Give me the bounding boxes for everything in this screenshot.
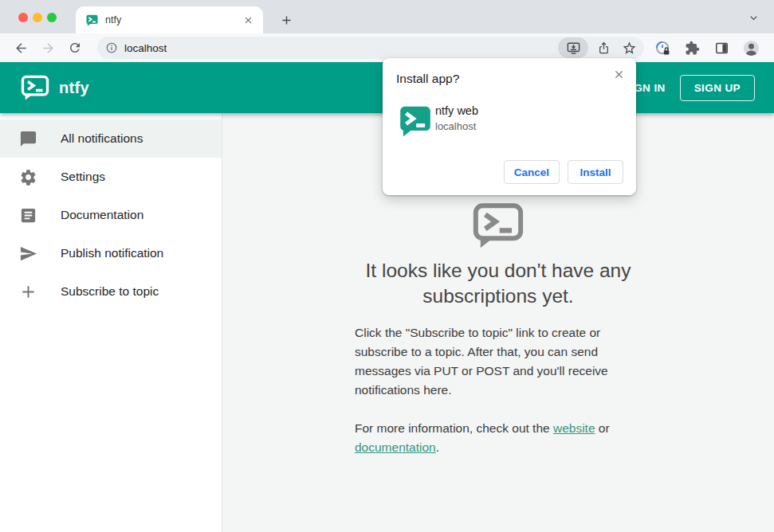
tab-search-chevron-down-icon[interactable] [744, 10, 763, 25]
share-icon[interactable] [593, 37, 614, 58]
gear-icon [19, 168, 37, 186]
chat-bubble-icon [19, 130, 37, 148]
empty-state-paragraph: Click the "Subscribe to topic" link to c… [355, 323, 642, 400]
browser-tab[interactable]: ntfy [76, 6, 263, 33]
tab-title: ntfy [105, 14, 241, 25]
tab-close-icon[interactable] [241, 13, 255, 27]
password-manager-icon[interactable] [652, 37, 673, 58]
site-info-icon[interactable] [105, 41, 118, 54]
cancel-button[interactable]: Cancel [504, 160, 560, 184]
sidebar-item-settings[interactable]: Settings [0, 158, 222, 196]
install-app-dialog: Install app? ntfy web localhost Cancel I… [383, 58, 636, 195]
ntfy-logo-icon [21, 75, 49, 100]
dialog-app-ntfy-logo-icon [399, 105, 431, 137]
sidebar-item-documentation[interactable]: Documentation [0, 196, 222, 234]
bookmark-star-icon[interactable] [619, 37, 639, 58]
macos-close-button[interactable] [18, 13, 28, 22]
sidebar-item-label: Settings [61, 170, 105, 184]
app-title: ntfy [59, 79, 89, 97]
sidebar-item-label: All notifications [61, 131, 143, 146]
empty-state-heading: It looks like you don't have any subscri… [347, 258, 650, 309]
sidebar-item-subscribe-to-topic[interactable]: Subscribe to topic [0, 272, 222, 311]
sign-up-button[interactable]: SIGN UP [680, 75, 755, 101]
p2-suffix-text: . [436, 440, 439, 454]
sidebar: All notifications Settings Documentation… [0, 113, 222, 532]
forward-button[interactable] [37, 37, 59, 59]
url-text: localhost [124, 42, 167, 54]
extensions-cluster [652, 37, 774, 58]
macos-minimize-button[interactable] [33, 13, 42, 22]
back-button[interactable] [10, 37, 32, 59]
dialog-title: Install app? [396, 72, 459, 86]
reload-button[interactable] [64, 37, 86, 59]
sidebar-item-publish-notification[interactable]: Publish notification [0, 234, 222, 272]
tab-favicon-ntfy-logo-icon [86, 14, 98, 26]
tab-strip: ntfy [0, 0, 774, 33]
plus-icon [19, 283, 37, 301]
sidebar-item-all-notifications[interactable]: All notifications [0, 119, 222, 158]
sidebar-item-label: Subscribe to topic [61, 284, 159, 299]
install-app-button[interactable] [558, 37, 588, 58]
side-panel-icon[interactable] [711, 37, 732, 58]
website-link[interactable]: website [553, 421, 595, 435]
dialog-app-name: ntfy web [435, 104, 478, 117]
profile-avatar[interactable] [741, 37, 761, 58]
send-icon [19, 244, 37, 263]
empty-state-links-paragraph: For more information, check out the webs… [355, 419, 642, 457]
p2-prefix-text: For more information, check out the [355, 421, 553, 435]
sidebar-item-label: Publish notification [61, 246, 163, 260]
macos-zoom-button[interactable] [47, 13, 57, 22]
article-icon [19, 206, 37, 225]
extensions-puzzle-icon[interactable] [682, 37, 702, 58]
address-bar[interactable]: localhost [97, 37, 644, 59]
empty-state-ntfy-logo-icon [472, 202, 525, 248]
documentation-link[interactable]: documentation [355, 440, 436, 454]
menu-dots-icon[interactable] [770, 37, 774, 58]
dialog-app-origin: localhost [435, 120, 476, 132]
install-button[interactable]: Install [568, 160, 623, 184]
p2-middle-text: or [595, 421, 610, 435]
sidebar-item-label: Documentation [61, 208, 143, 222]
new-tab-button[interactable] [276, 10, 297, 30]
dialog-close-icon[interactable] [611, 66, 627, 82]
browser-window: ntfy [0, 0, 774, 532]
